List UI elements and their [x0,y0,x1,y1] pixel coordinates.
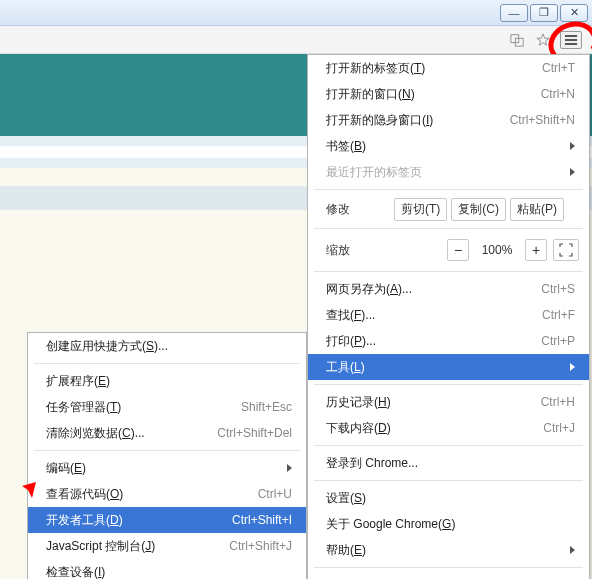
label: 最近打开的标签页 [326,164,564,181]
shortcut: Ctrl+F [542,308,575,322]
edit-label: 修改 [326,201,350,218]
menu-item-save-as[interactable]: 网页另存为(A)... Ctrl+S [308,276,589,302]
translate-icon[interactable] [508,31,526,49]
label: 查看源代码(O) [46,486,258,503]
shortcut: Ctrl+U [258,487,292,501]
menu-item-create-shortcut[interactable]: 创建应用快捷方式(S)... [28,333,306,359]
zoom-value: 100% [475,243,519,257]
menu-item-find[interactable]: 查找(F)... Ctrl+F [308,302,589,328]
shortcut: Ctrl+J [543,421,575,435]
label: 历史记录(H) [326,394,541,411]
submenu-arrow-icon [570,142,575,150]
separator [314,228,583,229]
separator [314,271,583,272]
separator [314,384,583,385]
label: JavaScript 控制台(J) [46,538,229,555]
zoom-in-button[interactable]: + [525,239,547,261]
close-window-button[interactable]: ✕ [560,4,588,22]
label: 设置(S) [326,490,575,507]
label: 清除浏览数据(C)... [46,425,217,442]
menu-item-bookmarks[interactable]: 书签(B) [308,133,589,159]
shortcut: Ctrl+Shift+N [510,113,575,127]
shortcut: Ctrl+H [541,395,575,409]
label: 扩展程序(E) [46,373,292,390]
label: 工具(L) [326,359,564,376]
menu-item-signin[interactable]: 登录到 Chrome... [308,450,589,476]
shortcut: Ctrl+S [541,282,575,296]
submenu-arrow-icon [287,464,292,472]
copy-button[interactable]: 复制(C) [451,198,506,221]
menu-item-encoding[interactable]: 编码(E) [28,455,306,481]
separator [34,450,300,451]
separator [314,480,583,481]
separator [314,445,583,446]
browser-toolbar [0,26,592,54]
menu-item-tools[interactable]: 工具(L) [308,354,589,380]
tools-submenu: 创建应用快捷方式(S)... 扩展程序(E) 任务管理器(T) Shift+Es… [27,332,307,579]
menu-item-settings[interactable]: 设置(S) [308,485,589,511]
menu-item-help[interactable]: 帮助(E) [308,537,589,563]
menu-item-js-console[interactable]: JavaScript 控制台(J) Ctrl+Shift+J [28,533,306,559]
chrome-menu-button[interactable] [560,31,582,49]
shortcut: Ctrl+N [541,87,575,101]
label: 打印(P)... [326,333,541,350]
label: 查找(F)... [326,307,542,324]
maximize-button[interactable]: ❐ [530,4,558,22]
cut-button[interactable]: 剪切(T) [394,198,447,221]
bookmark-star-icon[interactable] [534,31,552,49]
menu-item-new-window[interactable]: 打开新的窗口(N) Ctrl+N [308,81,589,107]
label: 网页另存为(A)... [326,281,541,298]
shortcut: Ctrl+P [541,334,575,348]
fullscreen-button[interactable] [553,239,579,261]
menu-item-task-manager[interactable]: 任务管理器(T) Shift+Esc [28,394,306,420]
menu-item-history[interactable]: 历史记录(H) Ctrl+H [308,389,589,415]
label: 打开新的隐身窗口(I) [326,112,510,129]
label: 关于 Google Chrome(G) [326,516,575,533]
zoom-label: 缩放 [326,242,441,259]
menu-item-print[interactable]: 打印(P)... Ctrl+P [308,328,589,354]
shortcut: Ctrl+T [542,61,575,75]
label: 下载内容(D) [326,420,543,437]
submenu-arrow-icon [570,363,575,371]
svg-marker-2 [537,33,549,44]
label: 任务管理器(T) [46,399,241,416]
menu-item-dev-tools[interactable]: 开发者工具(D) Ctrl+Shift+I [28,507,306,533]
label: 检查设备(I) [46,564,292,580]
chrome-main-menu: 打开新的标签页(T) Ctrl+T 打开新的窗口(N) Ctrl+N 打开新的隐… [307,54,590,579]
label: 开发者工具(D) [46,512,232,529]
menu-item-recent-tabs[interactable]: 最近打开的标签页 [308,159,589,185]
submenu-arrow-icon [570,168,575,176]
label: 登录到 Chrome... [326,455,575,472]
zoom-row: 缩放 − 100% + [308,233,589,267]
separator [34,363,300,364]
label: 打开新的窗口(N) [326,86,541,103]
shortcut: Shift+Esc [241,400,292,414]
shortcut: Ctrl+Shift+Del [217,426,292,440]
menu-item-clear-data[interactable]: 清除浏览数据(C)... Ctrl+Shift+Del [28,420,306,446]
separator [314,567,583,568]
separator [314,189,583,190]
submenu-arrow-icon [570,546,575,554]
menu-item-downloads[interactable]: 下载内容(D) Ctrl+J [308,415,589,441]
zoom-out-button[interactable]: − [447,239,469,261]
menu-item-extensions[interactable]: 扩展程序(E) [28,368,306,394]
edit-row: 修改 剪切(T) 复制(C) 粘贴(P) [308,194,589,224]
window-titlebar: — ❐ ✕ [0,0,592,26]
shortcut: Ctrl+Shift+J [229,539,292,553]
label: 书签(B) [326,138,564,155]
menu-item-exit[interactable]: 退出(X) Ctrl+Shift+Q [308,572,589,579]
menu-item-new-tab[interactable]: 打开新的标签页(T) Ctrl+T [308,55,589,81]
paste-button[interactable]: 粘贴(P) [510,198,564,221]
label: 创建应用快捷方式(S)... [46,338,292,355]
menu-item-incognito[interactable]: 打开新的隐身窗口(I) Ctrl+Shift+N [308,107,589,133]
label: 打开新的标签页(T) [326,60,542,77]
label: 帮助(E) [326,542,564,559]
label: 编码(E) [46,460,281,477]
menu-item-about[interactable]: 关于 Google Chrome(G) [308,511,589,537]
shortcut: Ctrl+Shift+I [232,513,292,527]
minimize-button[interactable]: — [500,4,528,22]
menu-item-view-source[interactable]: 查看源代码(O) Ctrl+U [28,481,306,507]
menu-item-inspect-devices[interactable]: 检查设备(I) [28,559,306,579]
